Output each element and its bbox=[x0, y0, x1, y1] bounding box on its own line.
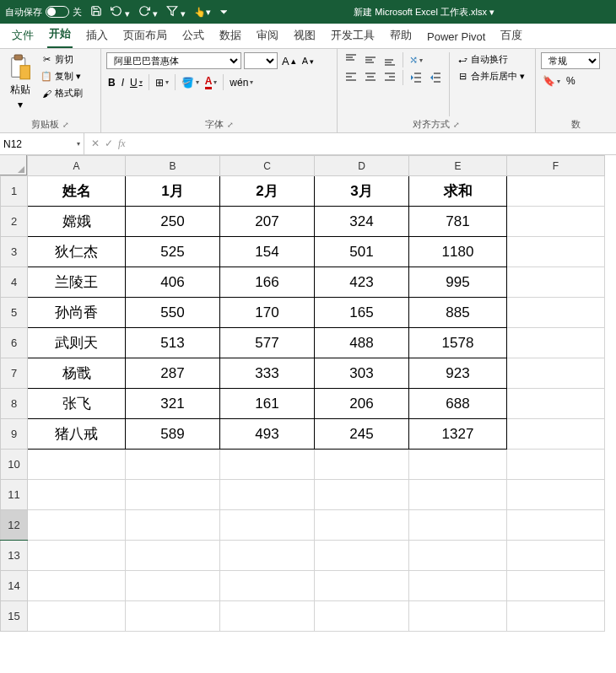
cell[interactable] bbox=[315, 601, 409, 632]
cell[interactable]: 154 bbox=[220, 237, 315, 267]
tab-baidu[interactable]: 百度 bbox=[499, 24, 524, 48]
cell[interactable] bbox=[507, 267, 605, 298]
cell[interactable]: 501 bbox=[315, 237, 409, 267]
cell[interactable]: 406 bbox=[126, 267, 220, 298]
cell[interactable] bbox=[507, 419, 605, 450]
phonetic-button[interactable]: wén▾ bbox=[228, 76, 255, 89]
row-header[interactable]: 5 bbox=[1, 298, 28, 328]
cell[interactable] bbox=[220, 571, 315, 601]
cell[interactable] bbox=[126, 541, 220, 571]
tab-help[interactable]: 帮助 bbox=[388, 24, 413, 48]
cell[interactable]: 513 bbox=[126, 328, 220, 358]
cancel-icon[interactable]: ✕ bbox=[91, 137, 100, 150]
cell[interactable]: 求和 bbox=[409, 176, 507, 207]
cell[interactable]: 493 bbox=[220, 419, 315, 450]
row-header[interactable]: 11 bbox=[1, 480, 28, 510]
name-box[interactable]: ▾ bbox=[0, 133, 84, 154]
cell[interactable]: 1180 bbox=[409, 237, 507, 267]
row-header[interactable]: 14 bbox=[1, 571, 28, 601]
cell[interactable]: 525 bbox=[126, 237, 220, 267]
cell[interactable]: 165 bbox=[315, 298, 409, 328]
cell[interactable] bbox=[507, 328, 605, 358]
tab-dev[interactable]: 开发工具 bbox=[329, 24, 376, 48]
cell[interactable] bbox=[409, 541, 507, 571]
cell[interactable] bbox=[28, 480, 126, 510]
align-dialog-launcher[interactable]: ⤢ bbox=[453, 121, 460, 129]
cell[interactable] bbox=[507, 207, 605, 237]
tab-insert[interactable]: 插入 bbox=[84, 24, 110, 48]
cell[interactable] bbox=[28, 571, 126, 601]
row-header[interactable]: 2 bbox=[1, 207, 28, 237]
column-header[interactable]: E bbox=[409, 156, 507, 176]
cell[interactable]: 781 bbox=[409, 207, 507, 237]
cell[interactable]: 995 bbox=[409, 267, 507, 298]
underline-button[interactable]: U▾ bbox=[128, 76, 144, 89]
currency-button[interactable]: 🔖▾ bbox=[541, 74, 562, 88]
cell[interactable]: 姓名 bbox=[28, 176, 126, 207]
autosave-toggle[interactable]: 自动保存 关 bbox=[5, 6, 82, 19]
cell[interactable] bbox=[507, 450, 605, 480]
row-header[interactable]: 15 bbox=[1, 601, 28, 632]
cell[interactable] bbox=[126, 450, 220, 480]
font-size-select[interactable]: 11 bbox=[244, 52, 278, 69]
cell[interactable] bbox=[220, 450, 315, 480]
cell[interactable]: 287 bbox=[126, 358, 220, 389]
formula-input[interactable] bbox=[132, 138, 616, 150]
cell[interactable] bbox=[220, 480, 315, 510]
cell[interactable] bbox=[126, 510, 220, 541]
tab-formulas[interactable]: 公式 bbox=[181, 24, 206, 48]
fill-color-button[interactable]: 🪣▾ bbox=[180, 76, 201, 89]
cell[interactable]: 1327 bbox=[409, 419, 507, 450]
cut-button[interactable]: ✂剪切 bbox=[39, 52, 84, 67]
cell[interactable]: 1月 bbox=[126, 176, 220, 207]
cell[interactable]: 1578 bbox=[409, 328, 507, 358]
cell[interactable]: 303 bbox=[315, 358, 409, 389]
row-header[interactable]: 3 bbox=[1, 237, 28, 267]
cell[interactable] bbox=[507, 510, 605, 541]
row-header[interactable]: 6 bbox=[1, 328, 28, 358]
orientation-button[interactable]: ⤭▾ bbox=[408, 53, 424, 67]
column-header[interactable]: F bbox=[507, 156, 605, 176]
cell[interactable]: 550 bbox=[126, 298, 220, 328]
cell[interactable] bbox=[507, 541, 605, 571]
name-box-input[interactable] bbox=[3, 138, 54, 150]
wrap-text-button[interactable]: ⮐自动换行 bbox=[455, 52, 527, 67]
font-dialog-launcher[interactable]: ⤢ bbox=[227, 121, 234, 129]
borders-button[interactable]: ⊞▾ bbox=[154, 76, 170, 89]
increase-font-button[interactable]: A▴ bbox=[280, 54, 298, 68]
cell[interactable] bbox=[507, 571, 605, 601]
cell[interactable]: 923 bbox=[409, 358, 507, 389]
touch-icon[interactable]: 👆▾ bbox=[194, 7, 211, 18]
cell[interactable] bbox=[315, 541, 409, 571]
tab-review[interactable]: 审阅 bbox=[255, 24, 280, 48]
row-header[interactable]: 9 bbox=[1, 419, 28, 450]
cell[interactable]: 885 bbox=[409, 298, 507, 328]
tab-power-pivot[interactable]: Power Pivot bbox=[425, 27, 487, 48]
tab-view[interactable]: 视图 bbox=[292, 24, 317, 48]
row-header[interactable]: 1 bbox=[1, 176, 28, 207]
enter-icon[interactable]: ✓ bbox=[105, 137, 113, 150]
select-all-corner[interactable] bbox=[0, 155, 27, 175]
cell[interactable]: 321 bbox=[126, 389, 220, 419]
cell[interactable]: 488 bbox=[315, 328, 409, 358]
cell[interactable]: 嫦娥 bbox=[28, 207, 126, 237]
cell[interactable] bbox=[28, 450, 126, 480]
italic-button[interactable]: I bbox=[120, 76, 126, 89]
cell[interactable]: 武则天 bbox=[28, 328, 126, 358]
save-icon[interactable] bbox=[90, 5, 102, 19]
bold-button[interactable]: B bbox=[106, 76, 117, 89]
cell[interactable] bbox=[409, 480, 507, 510]
cell[interactable] bbox=[28, 601, 126, 632]
cell[interactable]: 3月 bbox=[315, 176, 409, 207]
cell[interactable]: 杨戬 bbox=[28, 358, 126, 389]
cell[interactable] bbox=[28, 510, 126, 541]
column-header[interactable]: A bbox=[28, 156, 126, 176]
cell[interactable] bbox=[507, 389, 605, 419]
font-color-button[interactable]: A▾ bbox=[203, 74, 219, 90]
cell[interactable] bbox=[126, 601, 220, 632]
align-middle-button[interactable] bbox=[362, 52, 379, 67]
qat-customize-icon[interactable]: ⏷ bbox=[219, 7, 229, 17]
cell[interactable]: 589 bbox=[126, 419, 220, 450]
cell[interactable] bbox=[507, 358, 605, 389]
cell[interactable]: 245 bbox=[315, 419, 409, 450]
